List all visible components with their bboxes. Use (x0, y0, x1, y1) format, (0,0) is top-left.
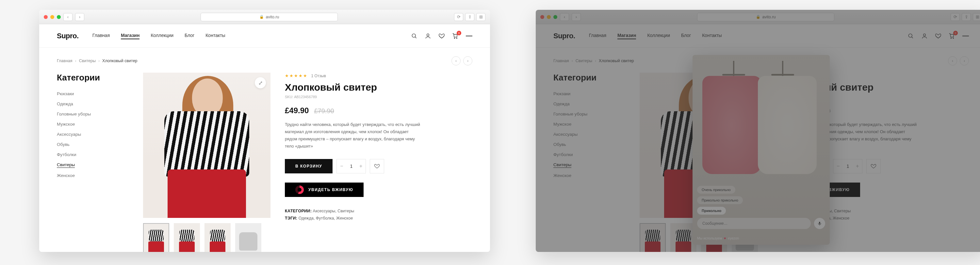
svg-point-4 (457, 38, 457, 38)
browser-tabs-button[interactable]: ⊞ (476, 13, 485, 21)
quantity-value: 1 (350, 164, 353, 169)
product-meta: КАТЕГОРИИ: Аксессуары, Свитеры ТЭГИ: Оде… (285, 209, 473, 220)
search-icon[interactable] (411, 33, 417, 39)
breadcrumb-row: Главная › Свитеры › Хлопковый свитер ‹ › (57, 56, 473, 65)
address-bar[interactable]: 🔒 avito.ru (200, 13, 338, 21)
quantity-stepper[interactable]: − 1 + (336, 159, 366, 173)
category-link[interactable]: Рюкзаки (57, 91, 129, 96)
add-to-cart-button[interactable]: В КОРЗИНУ (285, 159, 332, 173)
cart-icon[interactable]: 0 (452, 33, 459, 39)
wishlist-button[interactable] (370, 159, 384, 173)
nav-home[interactable]: Главная (92, 33, 110, 39)
site-logo[interactable]: Supro. (57, 32, 79, 40)
breadcrumb: Главная › Свитеры › Хлопковый свитер (57, 59, 137, 63)
live-dot-icon (295, 185, 304, 194)
product-price: £49.90 (285, 106, 309, 115)
svg-point-2 (427, 34, 429, 36)
product-main-image[interactable]: ⤢ (143, 73, 270, 218)
meta-tags[interactable]: Одежда, Футболка, Женское (299, 216, 353, 220)
star-icon: ★★★★★ (285, 73, 308, 78)
browser-reload-button[interactable]: ⟳ (454, 13, 463, 21)
browser-share-button[interactable]: ⇪ (465, 13, 474, 21)
browser-forward-button[interactable]: › (75, 13, 84, 21)
category-link[interactable]: Женское (57, 173, 129, 178)
svg-point-3 (454, 38, 455, 38)
product-section: ⤢ ★★★★★ 1 Отзыв Хлопковый свитер (143, 73, 473, 252)
category-link-active[interactable]: Свитеры (57, 162, 75, 168)
review-count[interactable]: 1 Отзыв (311, 73, 326, 78)
nav-blog[interactable]: Блог (185, 33, 194, 39)
product-thumbnail[interactable] (174, 223, 200, 252)
modal-overlay[interactable] (536, 10, 980, 252)
nav-contacts[interactable]: Контакты (205, 33, 225, 39)
nav-shop[interactable]: Магазин (121, 33, 140, 39)
breadcrumb-item[interactable]: Главная (57, 59, 73, 63)
thumbnail-row (143, 223, 270, 252)
quantity-decrease-button[interactable]: − (340, 163, 343, 169)
browser-back-button[interactable]: ‹ (64, 13, 73, 21)
lock-icon: 🔒 (259, 15, 264, 19)
product-description: Трудно найти человека, который будет утв… (285, 121, 422, 150)
breadcrumb-current: Хлопковый свитер (102, 59, 137, 63)
next-product-button[interactable]: › (463, 56, 473, 65)
category-link[interactable]: Обувь (57, 142, 129, 147)
nav-collections[interactable]: Коллекции (151, 33, 173, 39)
product-details: ★★★★★ 1 Отзыв Хлопковый свитер SKU: AB12… (285, 73, 473, 252)
category-link[interactable]: Аксессуары (57, 132, 129, 137)
product-thumbnail[interactable] (143, 223, 169, 252)
svg-point-0 (412, 34, 415, 37)
category-link[interactable]: Футболки (57, 152, 129, 157)
prev-product-button[interactable]: ‹ (452, 56, 461, 65)
site-header: Supro. Главная Магазин Коллекции Блог Ко… (39, 24, 490, 48)
window-zoom-dot[interactable] (57, 15, 61, 19)
category-link[interactable]: Мужское (57, 122, 129, 127)
product-old-price: £79.90 (314, 107, 334, 115)
product-sku: SKU: AB123456789 (285, 95, 473, 99)
product-thumbnail[interactable] (235, 223, 261, 252)
window-close-dot[interactable] (44, 15, 48, 19)
category-link[interactable]: Головные уборы (57, 112, 129, 117)
page-body: Главная › Свитеры › Хлопковый свитер ‹ ›… (39, 48, 490, 252)
breadcrumb-item[interactable]: Свитеры (79, 59, 96, 63)
sidebar-heading: Категории (57, 73, 129, 83)
product-title: Хлопковый свитер (285, 82, 473, 93)
category-link[interactable]: Одежда (57, 101, 129, 106)
product-gallery: ⤢ (143, 73, 270, 252)
browser-window-right: ‹ › 🔒 avito.ru ⟳ ⇪ ⊞ Supro. Главная Мага… (536, 10, 980, 252)
main-nav: Главная Магазин Коллекции Блог Контакты (92, 33, 225, 39)
expand-image-icon[interactable]: ⤢ (255, 77, 266, 88)
meta-categories[interactable]: Аксессуары, Свитеры (313, 209, 355, 213)
address-text: avito.ru (266, 15, 279, 19)
menu-icon[interactable] (466, 33, 473, 39)
live-view-button[interactable]: УВИДЕТЬ ВЖИВУЮ (285, 182, 364, 197)
product-pager: ‹ › (452, 56, 473, 65)
quantity-increase-button[interactable]: + (360, 163, 362, 169)
browser-window-left: ‹ › 🔒 avito.ru ⟳ ⇪ ⊞ Supro. Главная Мага… (39, 10, 490, 252)
address-bar-zone: 🔒 avito.ru (87, 13, 452, 21)
category-sidebar: Категории Рюкзаки Одежда Головные уборы … (57, 73, 129, 252)
window-minimize-dot[interactable] (50, 15, 54, 19)
svg-line-1 (415, 37, 417, 38)
browser-titlebar: ‹ › 🔒 avito.ru ⟳ ⇪ ⊞ (39, 10, 490, 24)
wishlist-icon[interactable] (438, 33, 445, 39)
account-icon[interactable] (425, 33, 431, 39)
product-thumbnail[interactable] (205, 223, 231, 252)
window-traffic-lights (44, 15, 61, 19)
cart-badge: 0 (457, 31, 461, 35)
